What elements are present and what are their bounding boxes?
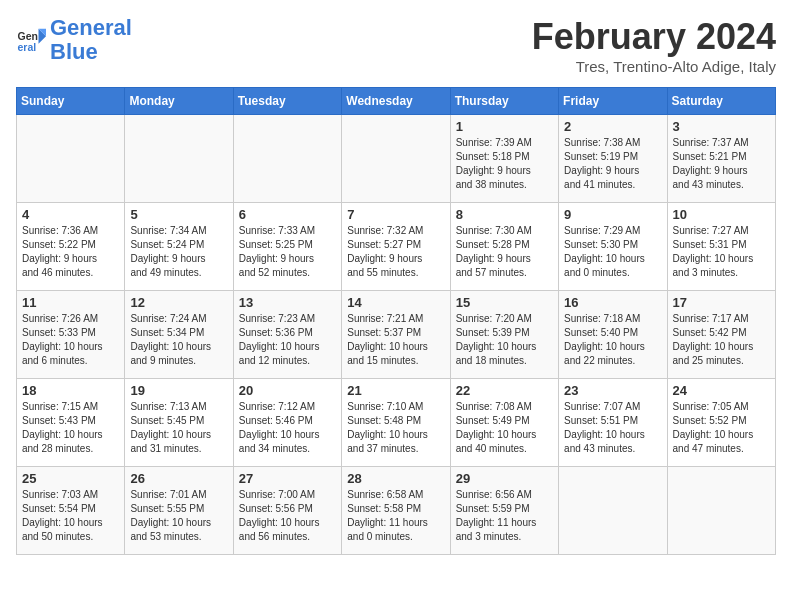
day-info: Sunrise: 7:01 AM Sunset: 5:55 PM Dayligh… xyxy=(130,488,227,544)
day-info: Sunrise: 7:37 AM Sunset: 5:21 PM Dayligh… xyxy=(673,136,770,192)
calendar-cell: 16Sunrise: 7:18 AM Sunset: 5:40 PM Dayli… xyxy=(559,291,667,379)
day-info: Sunrise: 7:38 AM Sunset: 5:19 PM Dayligh… xyxy=(564,136,661,192)
logo-line1: General xyxy=(50,15,132,40)
day-number: 27 xyxy=(239,471,336,486)
day-header-wednesday: Wednesday xyxy=(342,88,450,115)
day-number: 2 xyxy=(564,119,661,134)
day-number: 21 xyxy=(347,383,444,398)
day-number: 26 xyxy=(130,471,227,486)
day-info: Sunrise: 7:39 AM Sunset: 5:18 PM Dayligh… xyxy=(456,136,553,192)
calendar-cell xyxy=(342,115,450,203)
day-info: Sunrise: 7:20 AM Sunset: 5:39 PM Dayligh… xyxy=(456,312,553,368)
calendar-cell: 6Sunrise: 7:33 AM Sunset: 5:25 PM Daylig… xyxy=(233,203,341,291)
day-info: Sunrise: 7:33 AM Sunset: 5:25 PM Dayligh… xyxy=(239,224,336,280)
calendar-cell: 1Sunrise: 7:39 AM Sunset: 5:18 PM Daylig… xyxy=(450,115,558,203)
week-row-1: 4Sunrise: 7:36 AM Sunset: 5:22 PM Daylig… xyxy=(17,203,776,291)
day-number: 23 xyxy=(564,383,661,398)
location-title: Tres, Trentino-Alto Adige, Italy xyxy=(532,58,776,75)
day-number: 18 xyxy=(22,383,119,398)
day-info: Sunrise: 7:05 AM Sunset: 5:52 PM Dayligh… xyxy=(673,400,770,456)
day-info: Sunrise: 6:58 AM Sunset: 5:58 PM Dayligh… xyxy=(347,488,444,544)
calendar-cell: 25Sunrise: 7:03 AM Sunset: 5:54 PM Dayli… xyxy=(17,467,125,555)
calendar-cell: 29Sunrise: 6:56 AM Sunset: 5:59 PM Dayli… xyxy=(450,467,558,555)
calendar-cell: 13Sunrise: 7:23 AM Sunset: 5:36 PM Dayli… xyxy=(233,291,341,379)
day-number: 5 xyxy=(130,207,227,222)
day-number: 7 xyxy=(347,207,444,222)
calendar-cell: 2Sunrise: 7:38 AM Sunset: 5:19 PM Daylig… xyxy=(559,115,667,203)
day-info: Sunrise: 7:30 AM Sunset: 5:28 PM Dayligh… xyxy=(456,224,553,280)
calendar-cell xyxy=(233,115,341,203)
calendar-cell: 12Sunrise: 7:24 AM Sunset: 5:34 PM Dayli… xyxy=(125,291,233,379)
day-number: 29 xyxy=(456,471,553,486)
week-row-2: 11Sunrise: 7:26 AM Sunset: 5:33 PM Dayli… xyxy=(17,291,776,379)
calendar-cell xyxy=(125,115,233,203)
calendar-cell: 23Sunrise: 7:07 AM Sunset: 5:51 PM Dayli… xyxy=(559,379,667,467)
day-info: Sunrise: 7:00 AM Sunset: 5:56 PM Dayligh… xyxy=(239,488,336,544)
day-number: 14 xyxy=(347,295,444,310)
day-info: Sunrise: 7:03 AM Sunset: 5:54 PM Dayligh… xyxy=(22,488,119,544)
day-number: 25 xyxy=(22,471,119,486)
day-info: Sunrise: 7:10 AM Sunset: 5:48 PM Dayligh… xyxy=(347,400,444,456)
day-info: Sunrise: 7:08 AM Sunset: 5:49 PM Dayligh… xyxy=(456,400,553,456)
week-row-3: 18Sunrise: 7:15 AM Sunset: 5:43 PM Dayli… xyxy=(17,379,776,467)
day-info: Sunrise: 7:21 AM Sunset: 5:37 PM Dayligh… xyxy=(347,312,444,368)
title-block: February 2024 Tres, Trentino-Alto Adige,… xyxy=(532,16,776,75)
day-number: 20 xyxy=(239,383,336,398)
calendar-cell: 19Sunrise: 7:13 AM Sunset: 5:45 PM Dayli… xyxy=(125,379,233,467)
day-number: 24 xyxy=(673,383,770,398)
calendar-cell: 20Sunrise: 7:12 AM Sunset: 5:46 PM Dayli… xyxy=(233,379,341,467)
day-header-friday: Friday xyxy=(559,88,667,115)
day-number: 8 xyxy=(456,207,553,222)
day-info: Sunrise: 7:15 AM Sunset: 5:43 PM Dayligh… xyxy=(22,400,119,456)
day-info: Sunrise: 7:13 AM Sunset: 5:45 PM Dayligh… xyxy=(130,400,227,456)
week-row-0: 1Sunrise: 7:39 AM Sunset: 5:18 PM Daylig… xyxy=(17,115,776,203)
day-number: 10 xyxy=(673,207,770,222)
day-info: Sunrise: 7:26 AM Sunset: 5:33 PM Dayligh… xyxy=(22,312,119,368)
day-number: 17 xyxy=(673,295,770,310)
day-number: 11 xyxy=(22,295,119,310)
day-info: Sunrise: 7:34 AM Sunset: 5:24 PM Dayligh… xyxy=(130,224,227,280)
day-header-saturday: Saturday xyxy=(667,88,775,115)
day-info: Sunrise: 7:12 AM Sunset: 5:46 PM Dayligh… xyxy=(239,400,336,456)
day-info: Sunrise: 7:17 AM Sunset: 5:42 PM Dayligh… xyxy=(673,312,770,368)
calendar-cell: 24Sunrise: 7:05 AM Sunset: 5:52 PM Dayli… xyxy=(667,379,775,467)
day-number: 9 xyxy=(564,207,661,222)
day-info: Sunrise: 7:36 AM Sunset: 5:22 PM Dayligh… xyxy=(22,224,119,280)
calendar-cell xyxy=(559,467,667,555)
calendar-cell: 21Sunrise: 7:10 AM Sunset: 5:48 PM Dayli… xyxy=(342,379,450,467)
day-number: 15 xyxy=(456,295,553,310)
day-number: 22 xyxy=(456,383,553,398)
day-header-tuesday: Tuesday xyxy=(233,88,341,115)
logo-text: General Blue xyxy=(50,16,132,64)
calendar-cell: 22Sunrise: 7:08 AM Sunset: 5:49 PM Dayli… xyxy=(450,379,558,467)
calendar-cell: 27Sunrise: 7:00 AM Sunset: 5:56 PM Dayli… xyxy=(233,467,341,555)
day-number: 6 xyxy=(239,207,336,222)
calendar-cell: 7Sunrise: 7:32 AM Sunset: 5:27 PM Daylig… xyxy=(342,203,450,291)
week-row-4: 25Sunrise: 7:03 AM Sunset: 5:54 PM Dayli… xyxy=(17,467,776,555)
calendar-cell xyxy=(17,115,125,203)
day-number: 4 xyxy=(22,207,119,222)
day-info: Sunrise: 7:27 AM Sunset: 5:31 PM Dayligh… xyxy=(673,224,770,280)
calendar-table: SundayMondayTuesdayWednesdayThursdayFrid… xyxy=(16,87,776,555)
logo: Gen eral General Blue xyxy=(16,16,132,64)
calendar-cell: 8Sunrise: 7:30 AM Sunset: 5:28 PM Daylig… xyxy=(450,203,558,291)
calendar-cell: 14Sunrise: 7:21 AM Sunset: 5:37 PM Dayli… xyxy=(342,291,450,379)
day-header-thursday: Thursday xyxy=(450,88,558,115)
day-header-sunday: Sunday xyxy=(17,88,125,115)
svg-text:eral: eral xyxy=(18,41,37,53)
day-info: Sunrise: 7:32 AM Sunset: 5:27 PM Dayligh… xyxy=(347,224,444,280)
day-info: Sunrise: 7:29 AM Sunset: 5:30 PM Dayligh… xyxy=(564,224,661,280)
calendar-cell: 11Sunrise: 7:26 AM Sunset: 5:33 PM Dayli… xyxy=(17,291,125,379)
calendar-cell: 3Sunrise: 7:37 AM Sunset: 5:21 PM Daylig… xyxy=(667,115,775,203)
day-number: 28 xyxy=(347,471,444,486)
day-info: Sunrise: 7:07 AM Sunset: 5:51 PM Dayligh… xyxy=(564,400,661,456)
day-number: 12 xyxy=(130,295,227,310)
calendar-cell: 9Sunrise: 7:29 AM Sunset: 5:30 PM Daylig… xyxy=(559,203,667,291)
day-number: 13 xyxy=(239,295,336,310)
day-info: Sunrise: 7:18 AM Sunset: 5:40 PM Dayligh… xyxy=(564,312,661,368)
day-number: 1 xyxy=(456,119,553,134)
day-info: Sunrise: 7:24 AM Sunset: 5:34 PM Dayligh… xyxy=(130,312,227,368)
calendar-cell: 26Sunrise: 7:01 AM Sunset: 5:55 PM Dayli… xyxy=(125,467,233,555)
calendar-cell xyxy=(667,467,775,555)
day-number: 16 xyxy=(564,295,661,310)
